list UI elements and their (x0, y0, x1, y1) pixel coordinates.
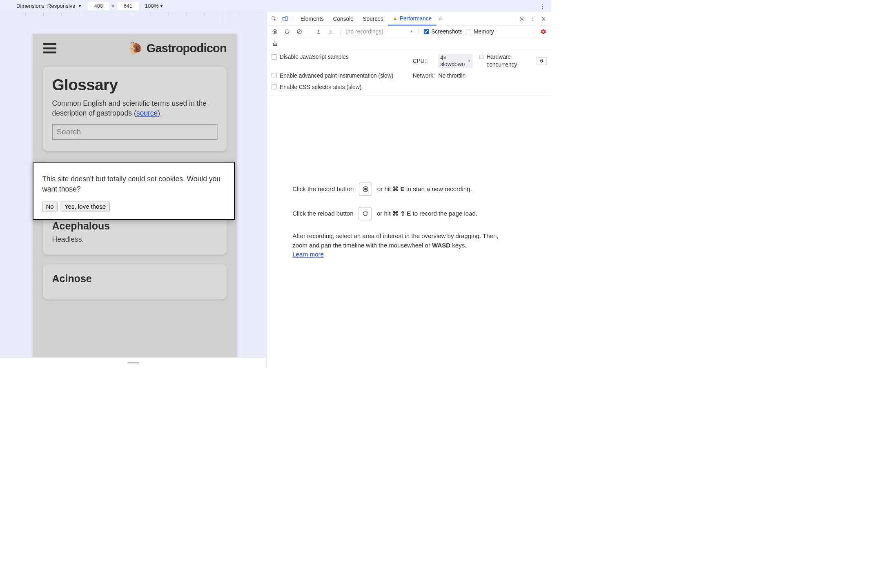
device-toggle-icon[interactable] (280, 13, 290, 24)
svg-point-5 (274, 31, 276, 33)
reload-hint: Click the reload button or hit ⌘ ⇧ E to … (292, 207, 539, 220)
cookie-yes-button[interactable]: Yes, love those (61, 202, 110, 212)
zoom-value: 100% (145, 3, 159, 9)
perf-settings-gear-icon[interactable] (539, 27, 548, 36)
warning-icon: ▲ (392, 16, 397, 21)
cpu-throttle[interactable]: CPU: 4× slowdown▾ Hardware concurrency (413, 53, 547, 69)
devtools-tabs: Elements Console Sources ▲ Performance »… (267, 12, 551, 26)
snail-icon: 🐌 (128, 42, 143, 54)
upload-icon[interactable] (314, 27, 323, 36)
entry-def: Headless. (52, 235, 218, 243)
chevron-down-icon[interactable]: ▼ (410, 30, 413, 33)
more-tabs-icon[interactable]: » (437, 16, 444, 22)
reload-icon[interactable] (283, 27, 292, 36)
perf-settings: Disable JavaScript samples CPU: 4× slowd… (267, 50, 551, 96)
memory-checkbox[interactable]: Memory (466, 28, 494, 35)
perf-toolbar: (no recordings) ▼ Screenshots Memory (267, 26, 551, 38)
download-icon[interactable] (326, 27, 335, 36)
cookie-text: This site doesn't but totally could set … (42, 174, 225, 195)
cookie-dialog: This site doesn't but totally could set … (33, 162, 235, 220)
devtools-panel: Elements Console Sources ▲ Performance »… (267, 12, 552, 368)
collect-garbage-icon[interactable] (271, 39, 279, 47)
after-recording-hint: After recording, select an area of inter… (292, 232, 507, 259)
reload-button-sample[interactable] (359, 207, 372, 220)
tab-sources[interactable]: Sources (358, 12, 388, 25)
device-toolbar: Dimensions: Responsive ▼ × 100% ▼ ⋮ (0, 0, 551, 12)
entry-term: Acinose (52, 273, 218, 285)
disable-js-samples-checkbox[interactable]: Disable JavaScript samples (272, 53, 405, 69)
brand-text: Gastropodicon (147, 41, 227, 55)
source-link[interactable]: source (136, 109, 158, 117)
viewport-pane: 🐌 Gastropodicon Glossary Common English … (0, 12, 267, 368)
search-input[interactable] (52, 125, 218, 140)
height-input[interactable] (117, 2, 139, 10)
record-icon[interactable] (271, 27, 279, 36)
hw-concurrency-input[interactable] (537, 57, 547, 65)
drawer-handle[interactable] (0, 357, 267, 368)
gear-icon[interactable] (517, 13, 527, 24)
app-header: 🐌 Gastropodicon (43, 41, 227, 55)
record-hint: Click the record button or hit ⌘ E to st… (292, 183, 539, 196)
enable-css-stats-checkbox[interactable]: Enable CSS selector stats (slow) (272, 83, 405, 91)
tab-elements[interactable]: Elements (296, 12, 328, 25)
times-separator: × (112, 3, 115, 9)
svg-point-8 (364, 188, 367, 190)
enable-paint-checkbox[interactable]: Enable advanced paint instrumentation (s… (272, 72, 405, 80)
screenshots-checkbox[interactable]: Screenshots (423, 28, 462, 35)
tab-console[interactable]: Console (328, 12, 358, 25)
learn-more-link[interactable]: Learn more (292, 251, 324, 258)
glossary-card: Glossary Common English and scientific t… (43, 67, 227, 151)
chevron-down-icon: ▼ (160, 4, 163, 8)
clear-icon[interactable] (295, 27, 304, 36)
hw-concurrency-checkbox[interactable]: Hardware concurrency (479, 53, 533, 69)
chevron-down-icon: ▼ (78, 4, 82, 8)
kebab-icon[interactable]: ⋮ (528, 13, 538, 24)
kebab-menu-icon[interactable]: ⋮ (539, 2, 546, 10)
hamburger-icon[interactable] (43, 43, 56, 53)
network-throttle[interactable]: Network: No throttlin (413, 72, 547, 80)
record-button-sample[interactable] (359, 183, 372, 196)
zoom-dropdown[interactable]: 100% ▼ (145, 3, 163, 9)
perf-help: Click the record button or hit ⌘ E to st… (267, 96, 551, 368)
tab-performance[interactable]: ▲ Performance (388, 12, 437, 25)
brand: 🐌 Gastropodicon (128, 41, 227, 55)
no-recordings-label: (no recordings) (345, 28, 383, 35)
cookie-no-button[interactable]: No (42, 202, 58, 212)
dimensions-dropdown[interactable]: Dimensions: Responsive ▼ (16, 3, 82, 9)
svg-rect-2 (285, 17, 287, 21)
inspect-icon[interactable] (269, 13, 279, 24)
close-icon[interactable] (539, 13, 549, 24)
entry-term: Acephalous (52, 220, 218, 232)
glossary-lead: Common English and scientific terms used… (52, 98, 218, 118)
width-input[interactable] (88, 2, 109, 10)
entry-card: Acinose (43, 265, 227, 300)
glossary-title: Glossary (52, 76, 218, 94)
svg-point-3 (521, 18, 523, 19)
dimensions-label: Dimensions: Responsive (16, 3, 75, 9)
